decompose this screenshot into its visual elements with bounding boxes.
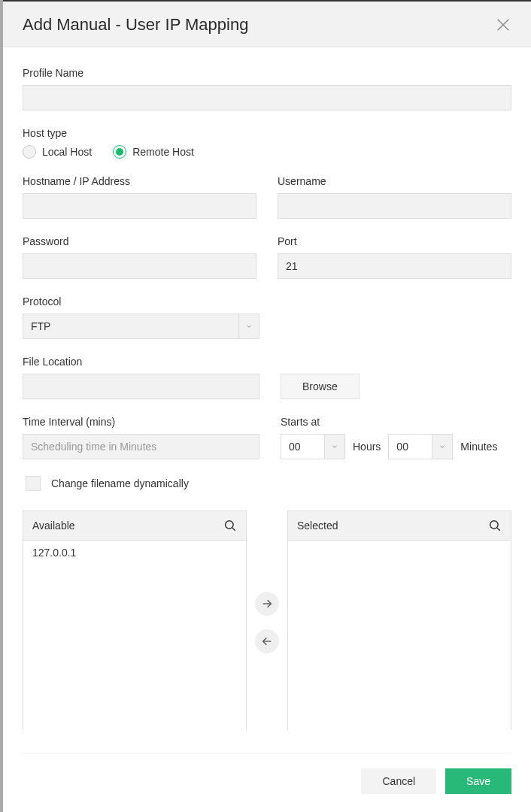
cancel-button[interactable]: Cancel bbox=[361, 768, 436, 794]
available-panel: Available 127.0.0.1 bbox=[23, 511, 247, 730]
svg-line-7 bbox=[497, 528, 500, 531]
radio-remote-host-label: Remote Host bbox=[132, 146, 194, 158]
protocol-select[interactable] bbox=[23, 314, 259, 339]
svg-point-2 bbox=[226, 521, 234, 529]
radio-remote-host[interactable]: Remote Host bbox=[113, 145, 194, 159]
svg-line-3 bbox=[232, 528, 235, 531]
starts-at-label: Starts at bbox=[281, 416, 511, 428]
chevron-down-icon[interactable] bbox=[238, 314, 259, 339]
move-right-button[interactable] bbox=[255, 592, 279, 616]
save-button[interactable]: Save bbox=[445, 768, 511, 794]
selected-list[interactable] bbox=[288, 541, 511, 730]
dialog-title: Add Manual - User IP Mapping bbox=[23, 15, 248, 35]
move-left-button[interactable] bbox=[255, 629, 279, 653]
dialog-footer: Cancel Save bbox=[23, 753, 511, 812]
file-location-input[interactable] bbox=[23, 374, 259, 399]
radio-icon bbox=[23, 145, 36, 159]
svg-point-6 bbox=[490, 521, 499, 529]
starts-minutes-value[interactable] bbox=[388, 434, 432, 459]
change-filename-checkbox[interactable] bbox=[26, 476, 41, 491]
time-interval-input[interactable] bbox=[23, 434, 259, 459]
list-item[interactable]: 127.0.0.1 bbox=[23, 541, 246, 565]
username-label: Username bbox=[278, 175, 511, 187]
dialog-header: Add Manual - User IP Mapping bbox=[3, 2, 531, 47]
browse-button[interactable]: Browse bbox=[281, 374, 360, 399]
password-label: Password bbox=[23, 235, 256, 247]
port-input[interactable] bbox=[278, 253, 511, 279]
available-label: Available bbox=[32, 520, 75, 532]
minutes-label: Minutes bbox=[460, 441, 497, 453]
selected-panel: Selected bbox=[287, 511, 511, 730]
protocol-value[interactable] bbox=[23, 314, 238, 339]
selected-label: Selected bbox=[297, 520, 338, 532]
radio-local-host-label: Local Host bbox=[42, 146, 92, 158]
search-icon[interactable] bbox=[488, 519, 502, 532]
protocol-label: Protocol bbox=[23, 295, 259, 308]
available-list[interactable]: 127.0.0.1 bbox=[23, 541, 246, 730]
close-icon[interactable] bbox=[495, 17, 511, 33]
profile-name-input[interactable] bbox=[23, 85, 511, 111]
dialog-add-manual-user-ip-mapping: Add Manual - User IP Mapping Profile Nam… bbox=[3, 0, 531, 812]
radio-local-host[interactable]: Local Host bbox=[23, 145, 92, 159]
host-type-label: Host type bbox=[23, 127, 511, 139]
time-interval-label: Time Interval (mins) bbox=[23, 416, 259, 428]
arrow-right-icon bbox=[261, 598, 273, 610]
profile-name-label: Profile Name bbox=[23, 67, 511, 79]
chevron-down-icon[interactable] bbox=[324, 434, 345, 459]
change-filename-label: Change filename dynamically bbox=[51, 477, 189, 489]
port-label: Port bbox=[278, 235, 511, 247]
file-location-label: File Location bbox=[23, 356, 511, 368]
hours-label: Hours bbox=[353, 441, 381, 453]
chevron-down-icon[interactable] bbox=[432, 434, 453, 459]
search-icon[interactable] bbox=[223, 519, 237, 532]
password-input[interactable] bbox=[23, 253, 256, 279]
hostname-input[interactable] bbox=[23, 193, 256, 219]
starts-hours-select[interactable] bbox=[281, 434, 345, 459]
arrow-left-icon bbox=[261, 635, 273, 647]
username-input[interactable] bbox=[278, 193, 511, 219]
starts-minutes-select[interactable] bbox=[388, 434, 453, 459]
hostname-label: Hostname / IP Address bbox=[23, 175, 256, 187]
radio-icon bbox=[113, 145, 126, 159]
starts-hours-value[interactable] bbox=[281, 434, 324, 459]
dialog-body: Profile Name Host type Local Host Remote… bbox=[3, 47, 531, 730]
